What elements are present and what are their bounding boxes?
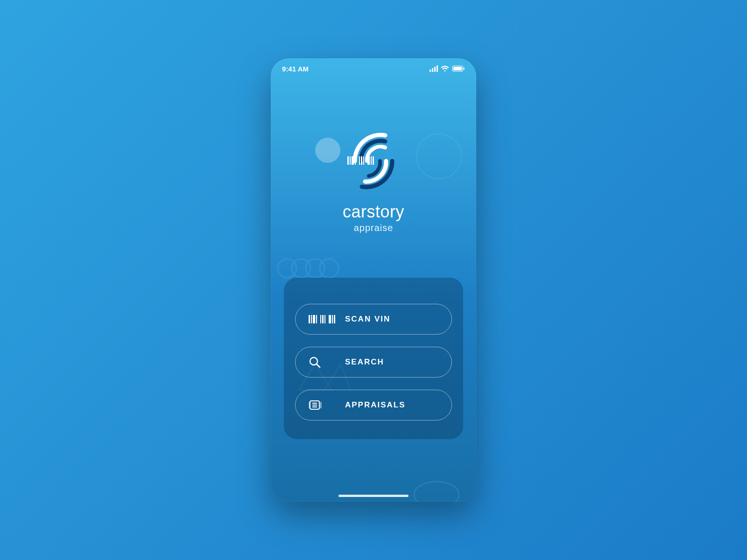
svg-point-2 [292,259,310,278]
svg-rect-8 [464,68,465,70]
accent-orb [315,138,340,163]
search-icon [309,356,330,368]
svg-rect-16 [320,402,322,408]
svg-point-4 [320,259,338,278]
svg-point-3 [306,259,324,278]
status-indicators [430,65,465,72]
app-logo-icon [341,128,406,194]
svg-point-5 [414,482,459,502]
action-panel: SCAN VIN SEARCH APPRAISALS [284,278,463,439]
status-bar: 9:41 AM [271,58,476,79]
svg-rect-7 [453,67,462,70]
svg-rect-15 [309,402,310,408]
barcode-icon [309,315,330,323]
battery-icon [452,65,465,72]
appraisals-button[interactable]: APPRAISALS [295,390,452,420]
svg-point-1 [278,259,296,278]
scan-vin-label: SCAN VIN [342,315,438,324]
status-time: 9:41 AM [282,65,309,73]
brand-subtitle: appraise [354,223,394,233]
search-label: SEARCH [342,357,438,367]
scan-vin-button[interactable]: SCAN VIN [295,304,452,335]
phone-frame: 9:41 AM [271,58,476,502]
home-indicator[interactable] [338,495,409,497]
appraisals-label: APPRAISALS [342,400,438,410]
document-icon [309,399,330,411]
svg-line-10 [317,364,320,368]
logo-area: carstory appraise [271,128,476,233]
cellular-signal-icon [430,65,438,72]
barcode-icon [347,156,374,165]
brand-name: carstory [343,202,404,222]
search-button[interactable]: SEARCH [295,347,452,378]
wifi-icon [441,65,449,72]
